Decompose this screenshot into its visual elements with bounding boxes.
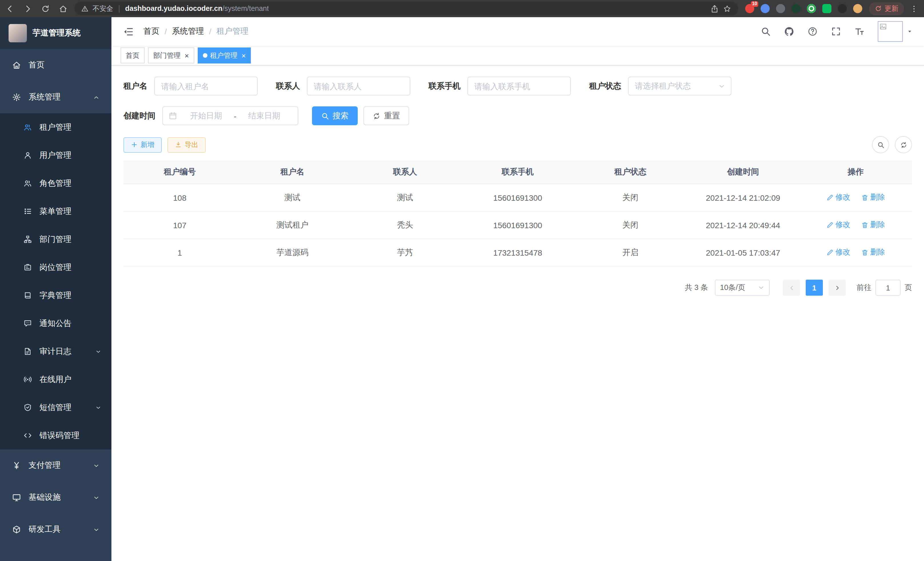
sidebar-item-infrastructure[interactable]: 基础设施	[0, 481, 111, 514]
filter-contact: 联系人	[276, 77, 410, 96]
navbar-actions	[760, 21, 913, 42]
chrome-update-button[interactable]: 更新	[869, 2, 904, 15]
sidebar-item-tenant[interactable]: 租户管理	[0, 113, 111, 141]
system-submenu: 租户管理 用户管理 角色管理 菜单管理 部门管理	[0, 113, 111, 450]
breadcrumb-system[interactable]: 系统管理	[172, 26, 204, 37]
search-button[interactable]: 搜索	[312, 106, 358, 125]
delete-link[interactable]: 删除	[861, 220, 885, 230]
goto-page-input[interactable]	[875, 280, 901, 296]
sidebar-item-label: 基础设施	[28, 492, 61, 503]
extension-icon-3[interactable]	[776, 4, 785, 13]
sidebar-item-menu[interactable]: 菜单管理	[0, 197, 111, 225]
sidebar-item-sms[interactable]: 短信管理	[0, 393, 111, 421]
phone-input[interactable]	[467, 77, 571, 96]
col-tenant-id: 租户编号	[123, 161, 236, 184]
tag-tenant[interactable]: 租户管理 ×	[197, 47, 251, 63]
sidebar-item-system[interactable]: 系统管理	[0, 81, 111, 113]
chevron-down-icon	[718, 83, 725, 89]
url-domain: dashboard.yudao.iocoder.cn	[125, 5, 222, 13]
edit-icon	[826, 221, 834, 229]
prev-page-button[interactable]	[783, 280, 800, 296]
github-icon[interactable]	[784, 26, 794, 37]
tag-close-icon[interactable]: ×	[242, 52, 246, 59]
font-size-icon[interactable]	[854, 26, 865, 37]
yen-icon	[12, 461, 21, 470]
browser-forward-icon[interactable]	[23, 4, 32, 13]
add-button[interactable]: 新增	[123, 137, 162, 152]
delete-link[interactable]: 删除	[861, 247, 885, 258]
extension-icon-5[interactable]	[807, 4, 816, 13]
browser-back-icon[interactable]	[6, 4, 14, 13]
refresh-table-button[interactable]	[895, 136, 912, 153]
col-status: 租户状态	[574, 161, 687, 184]
cell-actions: 修改 删除	[800, 211, 912, 239]
export-button[interactable]: 导出	[167, 137, 206, 152]
edit-link[interactable]: 修改	[826, 193, 850, 203]
toggle-search-button[interactable]	[872, 136, 889, 153]
help-icon[interactable]	[807, 26, 818, 37]
home-icon	[12, 61, 21, 70]
sidebar-item-role[interactable]: 角色管理	[0, 169, 111, 197]
edit-link[interactable]: 修改	[826, 247, 850, 258]
profile-avatar-icon[interactable]	[853, 4, 862, 13]
sidebar-item-user[interactable]: 用户管理	[0, 141, 111, 169]
refresh-icon	[900, 141, 907, 148]
sidebar-item-home[interactable]: 首页	[0, 49, 111, 81]
sidebar-item-dict[interactable]: 字典管理	[0, 281, 111, 309]
sidebar-item-dev-tools[interactable]: 研发工具	[0, 514, 111, 546]
chevron-down-icon	[93, 526, 99, 533]
extension-icon-2[interactable]	[760, 4, 770, 13]
extension-icon-7[interactable]	[838, 4, 847, 13]
browser-nav-buttons	[6, 4, 68, 13]
filter-row-2: 创建时间 开始日期 - 结束日期 搜索 重置	[123, 106, 912, 125]
delete-label: 删除	[870, 247, 885, 258]
sidebar-fold-icon[interactable]	[123, 26, 134, 37]
reset-button[interactable]: 重置	[363, 106, 409, 125]
tag-dept[interactable]: 部门管理 ×	[148, 47, 194, 63]
search-icon[interactable]	[760, 26, 771, 37]
page-size-select[interactable]: 10条/页	[715, 280, 770, 296]
sidebar-item-label: 审计日志	[39, 346, 71, 356]
sidebar-item-payment[interactable]: 支付管理	[0, 450, 111, 481]
extension-icon-6[interactable]	[822, 4, 831, 13]
sidebar-item-notice[interactable]: 通知公告	[0, 309, 111, 337]
breadcrumb-current: 租户管理	[217, 26, 249, 37]
tag-close-icon[interactable]: ×	[184, 52, 189, 59]
caret-down-icon	[907, 29, 913, 34]
chrome-menu-icon[interactable]	[910, 4, 918, 13]
sidebar-item-online-user[interactable]: 在线用户	[0, 365, 111, 393]
page-number-1[interactable]: 1	[806, 280, 823, 296]
chevron-down-icon	[758, 284, 765, 291]
sidebar-item-label: 错误码管理	[39, 430, 80, 441]
table-toolbar: 新增 导出	[123, 136, 912, 153]
sidebar-item-dept[interactable]: 部门管理	[0, 225, 111, 253]
box-icon	[12, 525, 21, 534]
address-bar[interactable]: 不安全 dashboard.yudao.iocoder.cn/system/te…	[74, 2, 738, 15]
contact-input[interactable]	[307, 77, 410, 96]
date-range-separator: -	[234, 111, 236, 120]
sidebar-item-post[interactable]: 岗位管理	[0, 253, 111, 281]
cell-tenant-id: 108	[123, 184, 236, 211]
app-logo[interactable]: 芋道管理系统	[0, 17, 111, 49]
bookmark-star-icon[interactable]	[723, 4, 731, 13]
omnibox-divider	[119, 5, 119, 12]
browser-home-icon[interactable]	[59, 4, 68, 13]
cell-status: 关闭	[574, 184, 687, 211]
status-select[interactable]: 请选择租户状态	[628, 77, 731, 96]
delete-link[interactable]: 删除	[861, 193, 885, 203]
sidebar-item-error-code[interactable]: 错误码管理	[0, 421, 111, 450]
cell-tenant-name: 测试	[236, 184, 349, 211]
fullscreen-icon[interactable]	[831, 26, 841, 37]
tag-home[interactable]: 首页	[121, 47, 145, 63]
share-icon[interactable]	[710, 4, 719, 13]
edit-link[interactable]: 修改	[826, 220, 850, 230]
breadcrumb-home[interactable]: 首页	[143, 26, 159, 37]
tenant-name-input[interactable]	[154, 77, 258, 96]
date-range-picker[interactable]: 开始日期 - 结束日期	[162, 106, 298, 125]
browser-reload-icon[interactable]	[41, 4, 50, 13]
next-page-button[interactable]	[829, 280, 846, 296]
user-avatar-menu[interactable]	[878, 21, 913, 42]
sidebar-item-audit-log[interactable]: 审计日志	[0, 337, 111, 365]
extension-icon-4[interactable]	[791, 4, 801, 13]
extension-icon-1[interactable]: 10	[745, 4, 754, 13]
